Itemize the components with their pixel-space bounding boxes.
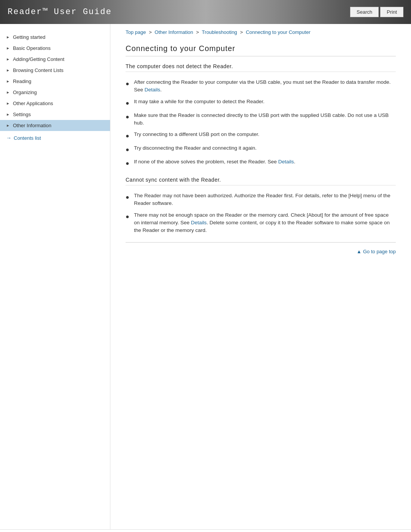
chevron-right-icon: ► <box>6 101 10 105</box>
sidebar: ► Getting started ► Basic Operations ► A… <box>0 24 110 529</box>
section2-list: ● The Reader may not have been authorize… <box>126 190 396 236</box>
chevron-right-icon: ► <box>6 123 10 128</box>
sidebar-item-other-information[interactable]: ► Other Information <box>0 120 110 131</box>
go-to-top-link[interactable]: ▲ Go to page top <box>357 249 396 254</box>
contents-list-link[interactable]: → Contents list <box>0 131 110 145</box>
breadcrumb-troubleshooting[interactable]: Troubleshooting <box>202 29 237 35</box>
list-item: ● If none of the above solves the proble… <box>126 156 396 170</box>
sidebar-item-organizing[interactable]: ► Organizing <box>0 87 110 98</box>
chevron-right-icon: ► <box>6 79 10 83</box>
bullet-icon: ● <box>126 99 131 108</box>
details-link-1[interactable]: Details <box>145 87 160 93</box>
sidebar-item-reading[interactable]: ► Reading <box>0 76 110 87</box>
bullet-icon: ● <box>126 79 131 88</box>
list-item: ● The Reader may not have been authorize… <box>126 190 396 209</box>
section2-title: Cannot sync content with the Reader. <box>126 177 396 185</box>
page-layout: ► Getting started ► Basic Operations ► A… <box>0 24 411 529</box>
details-link-2[interactable]: Details <box>278 159 294 165</box>
list-item: ● Make sure that the Reader is connected… <box>126 110 396 129</box>
breadcrumb-top[interactable]: Top page <box>126 29 146 35</box>
bullet-text: If none of the above solves the problem,… <box>134 158 396 166</box>
breadcrumb-connecting[interactable]: Connecting to your Computer <box>246 29 311 35</box>
bullet-text: Try connecting to a different USB port o… <box>134 131 396 138</box>
chevron-right-icon: ► <box>6 68 10 72</box>
sidebar-item-label: Getting started <box>13 34 104 40</box>
main-content: Top page > Other Information > Troublesh… <box>110 24 411 529</box>
header-actions: Search Print <box>350 7 403 17</box>
sidebar-item-browsing-content[interactable]: ► Browsing Content Lists <box>0 65 110 76</box>
bullet-text: The Reader may not have been authorized.… <box>134 192 396 208</box>
sidebar-item-getting-started[interactable]: ► Getting started <box>0 32 110 43</box>
app-title: Reader™ User Guide <box>8 7 112 17</box>
details-link-3[interactable]: Details <box>191 220 207 225</box>
chevron-right-icon: ► <box>6 90 10 94</box>
list-item: ● Try disconnecting the Reader and conne… <box>126 142 396 156</box>
list-item: ● Try connecting to a different USB port… <box>126 129 396 142</box>
section1-title: The computer does not detect the Reader. <box>126 63 396 72</box>
chevron-right-icon: ► <box>6 112 10 117</box>
sidebar-item-label: Other Information <box>13 123 104 128</box>
sidebar-item-adding-content[interactable]: ► Adding/Getting Content <box>0 54 110 65</box>
search-button[interactable]: Search <box>350 7 379 17</box>
bullet-text: Try disconnecting the Reader and connect… <box>134 144 396 152</box>
header: Reader™ User Guide Search Print <box>0 0 411 24</box>
bullet-text: Make sure that the Reader is connected d… <box>134 112 396 127</box>
chevron-right-icon: ► <box>6 46 10 50</box>
sidebar-item-label: Adding/Getting Content <box>13 56 104 62</box>
sidebar-item-basic-operations[interactable]: ► Basic Operations <box>0 43 110 54</box>
arrow-right-icon: → <box>6 135 11 141</box>
go-top-arrow-icon: ▲ <box>357 249 362 254</box>
contents-list-label: Contents list <box>14 135 41 141</box>
bullet-text: After connecting the Reader to your comp… <box>134 78 396 94</box>
bullet-text: It may take a while for the computer to … <box>134 98 396 105</box>
sidebar-item-label: Reading <box>13 78 104 84</box>
list-item: ● After connecting the Reader to your co… <box>126 77 396 96</box>
bullet-icon: ● <box>126 159 131 168</box>
go-to-top-row: ▲ Go to page top <box>126 242 396 257</box>
breadcrumb-other-info[interactable]: Other Information <box>155 29 193 35</box>
chevron-right-icon: ► <box>6 35 10 39</box>
print-button[interactable]: Print <box>380 7 403 17</box>
sidebar-item-settings[interactable]: ► Settings <box>0 109 110 120</box>
sidebar-item-label: Browsing Content Lists <box>13 67 104 73</box>
bullet-icon: ● <box>126 212 131 221</box>
go-top-label: Go to page top <box>363 249 396 254</box>
chevron-right-icon: ► <box>6 57 10 61</box>
sidebar-item-label: Organizing <box>13 89 104 95</box>
sidebar-item-label: Settings <box>13 112 104 117</box>
page-title: Connecting to your Computer <box>126 44 396 56</box>
bullet-text: There may not be enough space on the Rea… <box>134 211 396 235</box>
breadcrumb: Top page > Other Information > Troublesh… <box>126 24 396 39</box>
sidebar-item-label: Other Applications <box>13 101 104 106</box>
list-item: ● It may take a while for the computer t… <box>126 96 396 110</box>
list-item: ● There may not be enough space on the R… <box>126 209 396 236</box>
bullet-icon: ● <box>126 145 131 154</box>
bullet-icon: ● <box>126 193 131 202</box>
section1-list: ● After connecting the Reader to your co… <box>126 77 396 170</box>
bullet-icon: ● <box>126 112 131 121</box>
footer: Copyright 2012 Sony Corporation 158 <box>0 529 411 532</box>
bullet-icon: ● <box>126 131 131 141</box>
sidebar-item-label: Basic Operations <box>13 45 104 51</box>
sidebar-item-other-applications[interactable]: ► Other Applications <box>0 98 110 109</box>
